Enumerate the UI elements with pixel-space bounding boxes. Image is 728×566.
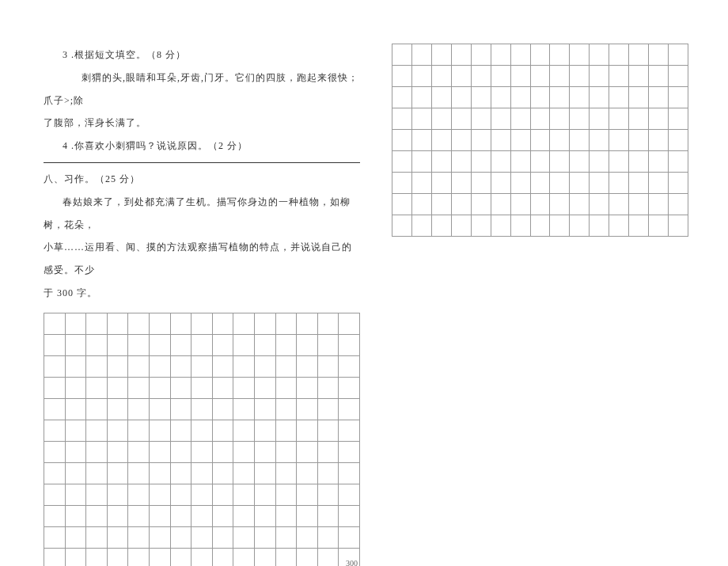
grid-cell — [276, 506, 298, 527]
grid-cell — [233, 313, 255, 335]
grid-cell — [649, 194, 669, 215]
grid-cell — [108, 506, 129, 527]
grid-cell — [392, 87, 412, 108]
grid-cell — [511, 130, 531, 151]
grid-cell — [213, 484, 234, 506]
grid-cell — [150, 399, 171, 420]
grid-cell — [570, 130, 590, 151]
grid-cell — [452, 215, 472, 237]
grid-cell — [191, 527, 213, 549]
grid-cell — [570, 151, 590, 173]
grid-cell — [171, 378, 192, 399]
grid-cell — [191, 335, 213, 356]
grid-cell — [432, 108, 452, 130]
grid-cell — [432, 87, 452, 108]
grid-cell — [629, 151, 649, 173]
grid-cell — [276, 378, 298, 399]
grid-cell — [66, 313, 87, 335]
grid-cell — [609, 194, 629, 215]
grid-cell — [531, 44, 551, 66]
grid-cell — [128, 442, 150, 463]
grid-cell — [255, 549, 276, 566]
writing-grid-right — [392, 44, 688, 237]
grid-cell — [297, 420, 318, 442]
grid-cell — [472, 194, 491, 215]
grid-cell — [649, 44, 669, 66]
grid-cell — [452, 173, 472, 194]
grid-cell — [255, 484, 276, 506]
grid-cell — [511, 108, 531, 130]
grid-cell — [171, 442, 192, 463]
grid-cell — [233, 484, 255, 506]
grid-cell — [531, 87, 551, 108]
grid-cell — [171, 313, 192, 335]
grid-cell — [590, 108, 609, 130]
grid-cell — [491, 194, 511, 215]
grid-cell — [108, 484, 129, 506]
grid-cell — [108, 378, 129, 399]
grid-cell — [276, 463, 298, 484]
grid-cell — [276, 335, 298, 356]
grid-cell — [171, 484, 192, 506]
page: 3 .根据短文填空。（8 分） 刺猬的头,眼睛和耳朵,牙齿,门牙。它们的四肢，跑… — [0, 0, 728, 566]
grid-cell — [609, 87, 629, 108]
grid-cell — [432, 66, 452, 87]
grid-cell — [128, 484, 150, 506]
grid-cell — [432, 151, 452, 173]
grid-cell — [44, 378, 66, 399]
grid-cell — [472, 66, 491, 87]
grid-cell — [108, 399, 129, 420]
grid-cell — [339, 356, 360, 378]
grid-cell — [669, 66, 688, 87]
grid-cell — [339, 313, 360, 335]
grid-cell — [649, 87, 669, 108]
grid-cell — [128, 356, 150, 378]
grid-cell — [472, 108, 491, 130]
grid-cell — [108, 335, 129, 356]
grid-cell — [171, 335, 192, 356]
grid-cell — [432, 44, 452, 66]
grid-cell — [412, 151, 432, 173]
grid-cell — [213, 527, 234, 549]
grid-cell — [213, 506, 234, 527]
grid-cell — [472, 44, 491, 66]
grid-cell — [550, 151, 570, 173]
grid-cell — [108, 442, 129, 463]
grid-cell — [171, 420, 192, 442]
grid-cell — [297, 549, 318, 566]
grid-cell — [629, 44, 649, 66]
grid-cell — [318, 356, 339, 378]
grid-cell — [191, 549, 213, 566]
grid-cell — [297, 527, 318, 549]
grid-cell — [392, 108, 412, 130]
grid-cell — [86, 549, 108, 566]
grid-cell — [511, 44, 531, 66]
grid-cell — [590, 215, 609, 237]
grid-cell — [297, 378, 318, 399]
grid-cell — [629, 215, 649, 237]
grid-cell — [609, 173, 629, 194]
grid-cell — [472, 130, 491, 151]
grid-cell — [511, 215, 531, 237]
answer-line — [44, 162, 360, 163]
grid-cell — [649, 108, 669, 130]
grid-cell — [128, 420, 150, 442]
right-column — [392, 44, 688, 566]
grid-cell — [531, 194, 551, 215]
grid-cell — [44, 313, 66, 335]
grid-cell — [472, 151, 491, 173]
grid-cell — [339, 378, 360, 399]
left-column: 3 .根据短文填空。（8 分） 刺猬的头,眼睛和耳朵,牙齿,门牙。它们的四肢，跑… — [44, 44, 360, 566]
grid-cell — [255, 399, 276, 420]
grid-cell — [669, 44, 688, 66]
grid-cell — [432, 173, 452, 194]
grid-cell — [44, 420, 66, 442]
grid-cell — [86, 463, 108, 484]
writing-grid-left: 300 — [44, 313, 360, 566]
grid-cell — [550, 66, 570, 87]
grid-cell — [609, 130, 629, 151]
grid-cell — [452, 87, 472, 108]
grid-cell — [191, 506, 213, 527]
grid-cell — [550, 194, 570, 215]
cell-300-label: 300 — [346, 559, 358, 566]
